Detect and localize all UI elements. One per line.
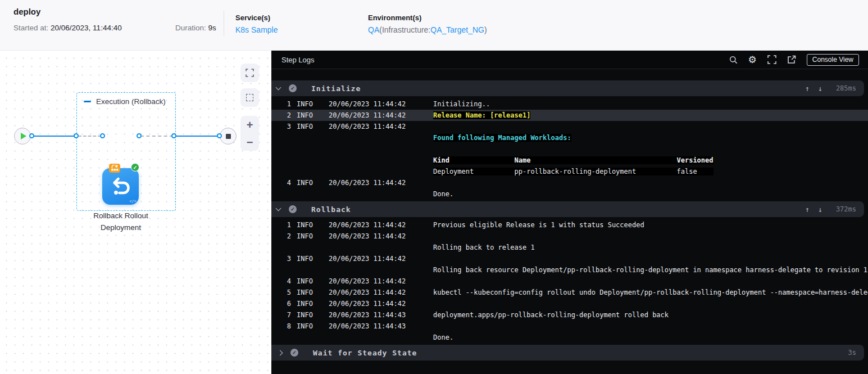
log-message xyxy=(424,276,868,287)
log-line[interactable]: 2 INFO 20/06/2023 11:44:42 Release Name:… xyxy=(271,110,868,121)
log-level: INFO xyxy=(293,287,317,298)
log-rows: 1 INFO 20/06/2023 11:44:42 Previous elig… xyxy=(271,217,868,345)
log-line[interactable]: 4 INFO 20/06/2023 11:44:42 xyxy=(271,177,868,188)
log-message xyxy=(424,121,868,132)
line-number: 6 xyxy=(271,298,293,309)
log-section-header[interactable]: ✓ Wait for Steady State ↑ ↓ 3s xyxy=(271,345,864,361)
log-line[interactable]: Found following Managed Workloads: xyxy=(271,132,868,143)
section-success-check-icon: ✓ xyxy=(289,205,297,213)
canvas-marquee-select-button[interactable] xyxy=(240,88,259,107)
infrastructure-link[interactable]: QA_Target_NG xyxy=(430,25,484,34)
line-number: 3 xyxy=(271,121,293,132)
connector-dot xyxy=(74,133,79,138)
execution-header: deploy Started at: 20/06/2023, 11:44:40 … xyxy=(0,0,868,51)
chevron-icon[interactable] xyxy=(276,206,281,211)
scroll-to-top-icon[interactable]: ↑ xyxy=(805,205,810,214)
step-logs-toolbar: Step Logs ⚙ Console View xyxy=(271,51,868,69)
expand-fullscreen-icon[interactable] xyxy=(767,55,776,64)
log-line[interactable]: Deployment pp-rollback-rolling-deploymen… xyxy=(271,166,868,177)
chevron-icon[interactable] xyxy=(276,85,281,91)
console-view-button[interactable]: Console View xyxy=(807,54,859,66)
environment-link[interactable]: QA xyxy=(368,25,379,34)
log-timestamp xyxy=(317,132,424,143)
log-level xyxy=(293,143,317,155)
log-level xyxy=(293,332,317,343)
step-logs-panel: Step Logs ⚙ Console View ✓ Initialize xyxy=(271,51,868,374)
log-message: deployment.apps/pp-rollback-rolling-depl… xyxy=(424,309,868,321)
started-at: Started at: 20/06/2023, 11:44:40 xyxy=(13,24,122,32)
log-message: Rolling back to release 1 xyxy=(424,242,868,253)
line-number: 3 xyxy=(271,253,293,264)
section-title: Initialize xyxy=(311,84,361,93)
log-line[interactable]: Done. xyxy=(271,188,868,200)
scroll-to-bottom-icon[interactable]: ↓ xyxy=(818,205,822,214)
canvas-fullscreen-button[interactable] xyxy=(240,64,259,82)
log-level: INFO xyxy=(293,309,317,321)
log-message: Kind Name Versioned xyxy=(424,155,868,166)
log-message xyxy=(424,253,868,264)
zoom-out-button[interactable]: − xyxy=(247,137,253,148)
log-section: ✓ Wait for Steady State ↑ ↓ 3s xyxy=(271,345,868,364)
log-timestamp: 20/06/2023 11:44:42 xyxy=(317,219,424,231)
log-line[interactable]: Kind Name Versioned xyxy=(271,155,868,166)
log-line[interactable]: Rolling back to release 1 xyxy=(271,242,868,253)
section-success-check-icon: ✓ xyxy=(290,349,298,357)
log-timestamp: 20/06/2023 11:44:42 xyxy=(317,287,424,298)
log-level xyxy=(293,166,317,177)
log-line[interactable]: Done. xyxy=(271,332,868,343)
log-timestamp: 20/06/2023 11:44:43 xyxy=(317,321,424,332)
pipeline-end-node xyxy=(220,128,237,145)
connector-dot xyxy=(171,133,176,138)
rollback-rollout-deployment-node[interactable]: ✓ </> xyxy=(102,168,139,205)
page-title: deploy xyxy=(13,7,40,16)
log-message: kubectl --kubeconfig=config rollout undo… xyxy=(424,287,868,298)
log-section-header[interactable]: ✓ Rollback ↑ ↓ 372ms xyxy=(271,201,864,217)
services-block: Service(s) K8s Sample xyxy=(235,13,278,34)
log-line[interactable]: 2 INFO 20/06/2023 11:44:42 xyxy=(271,231,868,242)
open-in-new-icon[interactable] xyxy=(787,55,796,64)
log-message xyxy=(424,321,868,332)
log-line[interactable] xyxy=(271,143,868,155)
search-icon[interactable] xyxy=(729,56,738,64)
log-line[interactable]: 6 INFO 20/06/2023 11:44:42 xyxy=(271,298,868,309)
zoom-in-button[interactable]: + xyxy=(247,119,253,130)
step-success-check-icon: ✓ xyxy=(131,163,139,172)
log-line[interactable]: 3 INFO 20/06/2023 11:44:42 xyxy=(271,253,868,264)
line-number xyxy=(271,332,293,343)
log-line[interactable]: 7 INFO 20/06/2023 11:44:43 deployment.ap… xyxy=(271,309,868,321)
log-line[interactable]: 1 INFO 20/06/2023 11:44:42 Previous elig… xyxy=(271,219,868,231)
line-number: 5 xyxy=(271,287,293,298)
log-timestamp xyxy=(317,264,424,276)
log-section-header[interactable]: ✓ Initialize ↑ ↓ 285ms xyxy=(271,80,864,96)
log-timestamp xyxy=(317,143,424,155)
log-section: ✓ Rollback ↑ ↓ 372ms 1 INFO 20/06/2023 1… xyxy=(271,201,868,345)
log-line[interactable]: 8 INFO 20/06/2023 11:44:43 xyxy=(271,321,868,332)
line-number: 7 xyxy=(271,309,293,321)
log-line[interactable]: 5 INFO 20/06/2023 11:44:42 kubectl --kub… xyxy=(271,287,868,298)
log-rows: 1 INFO 20/06/2023 11:44:42 Initializing.… xyxy=(271,96,868,201)
log-line[interactable]: 3 INFO 20/06/2023 11:44:42 xyxy=(271,121,868,132)
chevron-icon[interactable] xyxy=(278,350,283,355)
scroll-to-top-icon[interactable]: ↑ xyxy=(805,84,810,93)
log-timestamp xyxy=(317,332,424,343)
collapse-group-icon[interactable] xyxy=(84,101,91,102)
log-timestamp: 20/06/2023 11:44:42 xyxy=(317,177,424,188)
service-link[interactable]: K8s Sample xyxy=(235,25,278,34)
log-level xyxy=(293,132,317,143)
pipeline-canvas[interactable]: Execution (Rollback) xyxy=(0,51,271,374)
log-line[interactable]: Rolling back resource Deployment/pp-roll… xyxy=(271,264,868,276)
settings-gear-icon[interactable]: ⚙ xyxy=(748,55,757,65)
line-number: 1 xyxy=(271,98,293,110)
log-timestamp: 20/06/2023 11:44:42 xyxy=(317,231,424,242)
log-line[interactable]: 1 INFO 20/06/2023 11:44:42 Initializing.… xyxy=(271,98,868,110)
log-timestamp xyxy=(317,188,424,200)
line-number: 2 xyxy=(271,231,293,242)
log-level: INFO xyxy=(293,121,317,132)
scroll-to-bottom-icon[interactable]: ↓ xyxy=(818,84,822,93)
line-number xyxy=(271,166,293,177)
log-section: ✓ Initialize ↑ ↓ 285ms 1 INFO 20/06/2023… xyxy=(271,80,868,201)
log-level: INFO xyxy=(293,321,317,332)
log-message xyxy=(424,177,868,188)
log-line[interactable]: 4 INFO 20/06/2023 11:44:42 xyxy=(271,276,868,287)
log-level: INFO xyxy=(293,110,317,121)
